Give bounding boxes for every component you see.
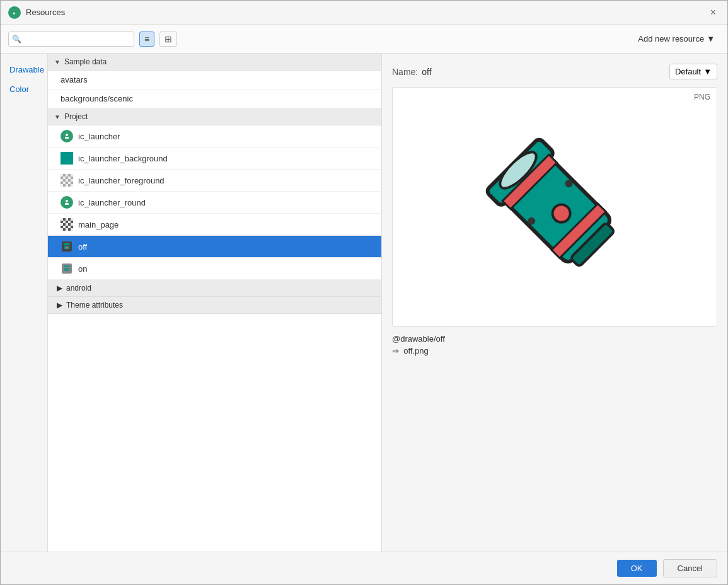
svg-rect-11	[64, 265, 70, 267]
add-resource-label: Add new resource	[638, 34, 704, 43]
android-section-header[interactable]: ▶ android	[48, 280, 381, 297]
list-item[interactable]: ic_launcher_foreground	[48, 170, 381, 192]
on-icon	[61, 262, 73, 275]
svg-rect-12	[64, 268, 69, 271]
ic-launcher-bg-icon	[61, 152, 73, 165]
dialog-title: Resources	[26, 8, 65, 17]
add-resource-button[interactable]: Add new resource ▼	[633, 32, 720, 46]
flashlight-preview-image	[473, 119, 637, 295]
toolbar: 🔍 ≡ ⊞ Add new resource ▼	[1, 25, 727, 54]
ic-launcher-bg-label: ic_launcher_background	[78, 154, 373, 163]
svg-point-9	[66, 247, 68, 249]
ic-launcher-fg-icon	[61, 174, 73, 187]
svg-point-4	[66, 200, 68, 202]
bottom-bar: OK Cancel	[1, 552, 727, 584]
format-badge: PNG	[694, 93, 710, 101]
list-item[interactable]: ic_launcher_background	[48, 148, 381, 170]
name-label: Name:	[392, 67, 418, 77]
qualifier-dropdown[interactable]: Default ▼	[669, 64, 717, 79]
app-logo-icon: ●	[8, 6, 21, 19]
grid-view-button[interactable]: ⊞	[159, 32, 177, 47]
main-page-label: main_page	[78, 220, 373, 229]
list-item[interactable]: backgrounds/scenic	[48, 90, 381, 108]
sample-data-label: Sample data	[64, 57, 107, 66]
android-arrow: ▶	[57, 284, 62, 292]
add-resource-arrow: ▼	[707, 34, 715, 43]
tree-panel: ▼ Sample data avatars backgrounds/scenic…	[48, 54, 382, 552]
off-icon	[61, 240, 73, 253]
sidebar-item-drawable[interactable]: Drawable	[1, 60, 47, 79]
backgrounds-scenic-label: backgrounds/scenic	[61, 94, 133, 103]
theme-attrs-label: Theme attributes	[66, 301, 123, 310]
svg-rect-3	[65, 137, 69, 139]
resources-dialog: ● Resources × 🔍 ≡ ⊞ Add new resource ▼ D…	[0, 0, 728, 585]
preview-image-box: PNG	[392, 87, 717, 327]
avatars-label: avatars	[61, 75, 88, 84]
svg-text:●: ●	[13, 11, 15, 15]
ic-launcher-icon	[61, 130, 73, 142]
preview-refs: @drawable/off ⇒ off.png	[392, 334, 717, 356]
list-view-button[interactable]: ≡	[139, 32, 154, 47]
svg-rect-7	[64, 243, 70, 245]
sidebar-item-color[interactable]: Color	[1, 79, 47, 99]
file-ref-value: off.png	[403, 346, 429, 356]
theme-attrs-arrow: ▶	[57, 301, 62, 310]
cancel-button[interactable]: Cancel	[663, 559, 717, 577]
ok-button[interactable]: OK	[617, 560, 657, 577]
sample-data-arrow: ▼	[54, 59, 61, 66]
list-item[interactable]: off	[48, 236, 381, 258]
close-button[interactable]: ×	[707, 6, 720, 20]
preview-panel: Name: off Default ▼ PNG	[382, 54, 727, 552]
search-icon: 🔍	[12, 35, 21, 43]
type-nav: Drawable Color	[1, 54, 48, 552]
off-label: off	[78, 242, 373, 252]
qualifier-label: Default	[675, 67, 701, 76]
title-bar: ● Resources ×	[1, 1, 727, 25]
ref-arrow-icon: ⇒	[392, 346, 399, 356]
drawable-ref: @drawable/off	[392, 334, 717, 344]
main-page-icon	[61, 218, 73, 231]
android-label: android	[66, 284, 91, 292]
ic-launcher-round-icon	[61, 196, 73, 209]
preview-header: Name: off Default ▼	[392, 64, 717, 79]
project-arrow: ▼	[54, 113, 61, 120]
svg-rect-5	[65, 203, 69, 205]
title-bar-left: ● Resources	[8, 6, 65, 19]
svg-point-2	[66, 134, 68, 136]
preview-name: Name: off	[392, 67, 432, 77]
toolbar-left: 🔍 ≡ ⊞	[8, 32, 177, 47]
project-section-header[interactable]: ▼ Project	[48, 108, 381, 125]
theme-attrs-section-header[interactable]: ▶ Theme attributes	[48, 297, 381, 314]
sample-data-section-header[interactable]: ▼ Sample data	[48, 54, 381, 71]
project-label: Project	[64, 112, 88, 121]
list-item[interactable]: ic_launcher	[48, 125, 381, 148]
ic-launcher-fg-label: ic_launcher_foreground	[78, 176, 373, 185]
on-label: on	[78, 264, 373, 274]
list-item[interactable]: ic_launcher_round	[48, 192, 381, 214]
main-content: Drawable Color ▼ Sample data avatars bac…	[1, 54, 727, 552]
search-input[interactable]	[8, 32, 134, 47]
list-item[interactable]: avatars	[48, 71, 381, 90]
search-wrapper: 🔍	[8, 32, 134, 47]
list-item[interactable]: main_page	[48, 214, 381, 236]
name-value: off	[422, 67, 431, 77]
ic-launcher-label: ic_launcher	[78, 132, 373, 141]
list-item[interactable]: on	[48, 258, 381, 280]
qualifier-arrow-icon: ▼	[703, 67, 712, 76]
file-ref: ⇒ off.png	[392, 346, 717, 356]
ic-launcher-round-label: ic_launcher_round	[78, 198, 373, 207]
